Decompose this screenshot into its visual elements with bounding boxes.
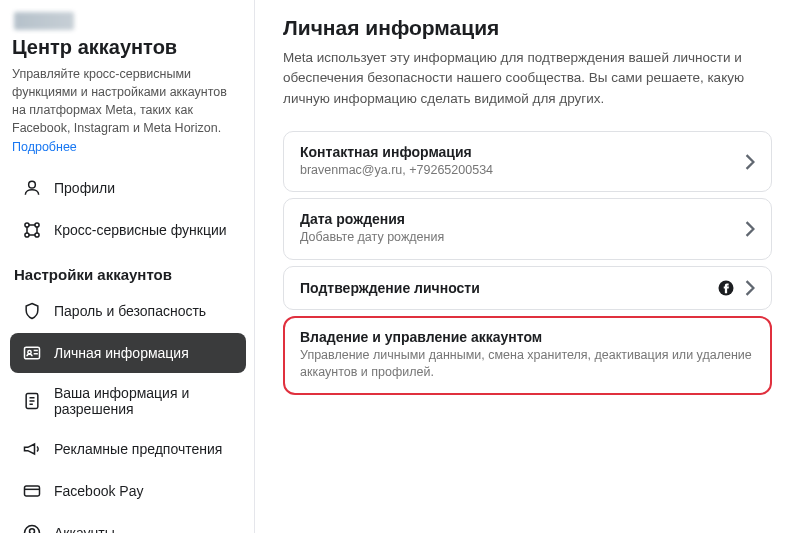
sidebar-item-ad-prefs[interactable]: Рекламные предпочтения bbox=[10, 429, 246, 469]
card-subtitle: bravenmac@ya.ru, +79265200534 bbox=[300, 162, 745, 180]
svg-point-3 bbox=[25, 233, 29, 237]
svg-rect-8 bbox=[25, 486, 40, 496]
id-icon bbox=[22, 343, 42, 363]
sidebar-item-label: Рекламные предпочтения bbox=[54, 441, 222, 457]
card-account-ownership[interactable]: Владение и управление аккаунтом Управлен… bbox=[283, 316, 772, 395]
card-title: Контактная информация bbox=[300, 144, 745, 160]
learn-more-link[interactable]: Подробнее bbox=[12, 140, 77, 154]
card-title: Дата рождения bbox=[300, 211, 745, 227]
sidebar-item-facebook-pay[interactable]: Facebook Pay bbox=[10, 471, 246, 511]
sidebar-description-text: Управляйте кросс-сервисными функциями и … bbox=[12, 67, 227, 135]
sidebar-item-label: Facebook Pay bbox=[54, 483, 144, 499]
chevron-right-icon bbox=[745, 280, 755, 296]
main-content: Личная информация Meta использует эту ин… bbox=[255, 0, 800, 533]
sidebar-item-label: Кросс-сервисные функции bbox=[54, 222, 227, 238]
chevron-right-icon bbox=[745, 154, 755, 170]
megaphone-icon bbox=[22, 439, 42, 459]
svg-point-0 bbox=[29, 181, 36, 188]
card-icon bbox=[22, 481, 42, 501]
sidebar-item-label: Профили bbox=[54, 180, 115, 196]
sidebar-item-label: Пароль и безопасность bbox=[54, 303, 206, 319]
facebook-icon bbox=[717, 279, 735, 297]
doc-icon bbox=[22, 391, 42, 411]
card-title: Подтверждение личности bbox=[300, 280, 717, 296]
svg-point-10 bbox=[30, 528, 35, 533]
sidebar-item-cross-service[interactable]: Кросс-сервисные функции bbox=[10, 210, 246, 250]
page-title: Личная информация bbox=[283, 16, 772, 40]
page-description: Meta использует эту информацию для подтв… bbox=[283, 48, 753, 109]
account-icon bbox=[22, 523, 42, 533]
sidebar-section-title: Настройки аккаунтов bbox=[14, 266, 242, 283]
svg-rect-5 bbox=[25, 347, 40, 359]
card-subtitle: Управление личными данными, смена хранит… bbox=[300, 347, 755, 382]
sidebar-item-label: Ваша информация и разрешения bbox=[54, 385, 234, 417]
card-contact-info[interactable]: Контактная информация bravenmac@ya.ru, +… bbox=[283, 131, 772, 193]
sidebar-title: Центр аккаунтов bbox=[12, 36, 246, 59]
sidebar-item-profiles[interactable]: Профили bbox=[10, 168, 246, 208]
sidebar-item-label: Аккаунты bbox=[54, 525, 115, 533]
chevron-right-icon bbox=[745, 221, 755, 237]
shield-icon bbox=[22, 301, 42, 321]
sidebar-item-personal-info[interactable]: Личная информация bbox=[10, 333, 246, 373]
settings-list: Контактная информация bravenmac@ya.ru, +… bbox=[283, 131, 772, 395]
cross-icon bbox=[22, 220, 42, 240]
svg-point-4 bbox=[35, 233, 39, 237]
sidebar-item-your-info[interactable]: Ваша информация и разрешения bbox=[10, 375, 246, 427]
card-subtitle: Добавьте дату рождения bbox=[300, 229, 745, 247]
svg-point-2 bbox=[35, 223, 39, 227]
card-identity-confirm[interactable]: Подтверждение личности bbox=[283, 266, 772, 310]
sidebar-item-security[interactable]: Пароль и безопасность bbox=[10, 291, 246, 331]
sidebar: Центр аккаунтов Управляйте кросс-сервисн… bbox=[0, 0, 255, 533]
svg-point-6 bbox=[28, 350, 31, 353]
card-birthday[interactable]: Дата рождения Добавьте дату рождения bbox=[283, 198, 772, 260]
sidebar-description: Управляйте кросс-сервисными функциями и … bbox=[12, 65, 242, 156]
profile-icon bbox=[22, 178, 42, 198]
svg-point-1 bbox=[25, 223, 29, 227]
sidebar-item-label: Личная информация bbox=[54, 345, 189, 361]
meta-logo bbox=[14, 12, 74, 30]
card-title: Владение и управление аккаунтом bbox=[300, 329, 755, 345]
sidebar-item-accounts[interactable]: Аккаунты bbox=[10, 513, 246, 533]
